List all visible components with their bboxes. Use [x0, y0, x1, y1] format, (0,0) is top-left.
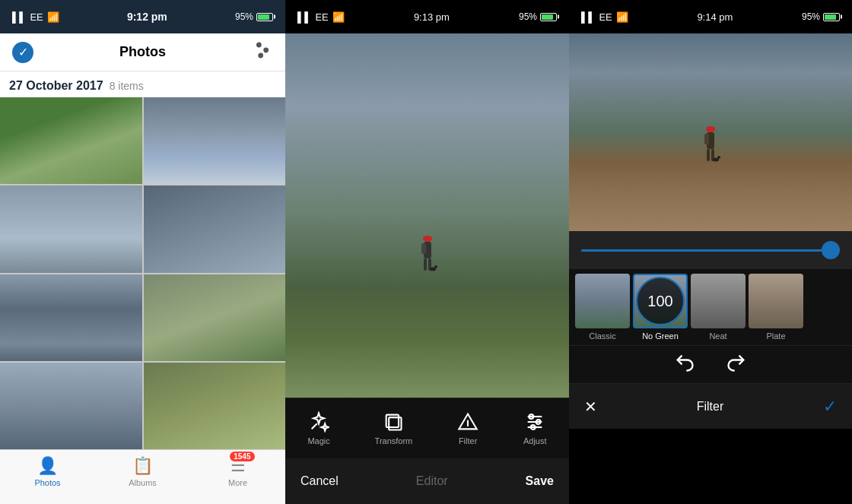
confirm-button[interactable]: ✓ [823, 397, 837, 417]
right-battery-icon [823, 13, 840, 21]
filter-nogreen[interactable]: 100 No Green [633, 274, 688, 341]
section-date: 27 October 2017 [9, 79, 103, 93]
left-time: 9:12 pm [127, 11, 167, 23]
filter-icon [457, 411, 478, 433]
svg-rect-27 [707, 149, 710, 161]
battery-fill [258, 14, 269, 20]
photos-tab-label: Photos [34, 478, 60, 487]
svg-rect-9 [424, 258, 427, 271]
undo-redo-bar [569, 345, 852, 383]
tab-albums[interactable]: 📋 Albums [120, 456, 166, 487]
nav-bar: ✓ Photos [0, 33, 285, 71]
svg-line-13 [312, 423, 317, 429]
photo-cell-2[interactable] [144, 97, 286, 184]
filter-editor-panel: ▌▌ EE 📶 9:14 pm 95% [569, 0, 852, 504]
transform-tool[interactable]: Transform [375, 411, 413, 445]
albums-tab-label: Albums [129, 478, 157, 487]
adjust-tool[interactable]: Adjust [523, 411, 547, 445]
adjust-label: Adjust [523, 436, 547, 445]
tab-more[interactable]: ☰ 1545 More [215, 456, 261, 487]
right-carrier: EE [599, 11, 612, 23]
classic-label: Classic [589, 331, 615, 341]
undo-button[interactable] [674, 352, 695, 377]
redo-icon [726, 352, 747, 373]
check-button[interactable]: ✓ [12, 42, 33, 63]
svg-rect-26 [704, 134, 709, 144]
undo-icon [674, 352, 695, 373]
magic-tool[interactable]: Magic [307, 411, 329, 445]
slider-track[interactable] [581, 249, 840, 252]
mid-wifi-icon: 📶 [332, 11, 345, 23]
transform-icon [383, 411, 404, 433]
mid-bottom-bar: Cancel Editor Save [285, 458, 569, 504]
mid-photo-background [285, 33, 569, 398]
more-tab-label: More [228, 478, 247, 487]
filter-classic[interactable]: Classic [575, 274, 630, 341]
sliders-icon[interactable] [252, 40, 273, 65]
more-badge: 1545 [230, 452, 254, 461]
mid-signal-icon: ▌▌ [297, 11, 311, 23]
mid-battery-icon [540, 13, 557, 21]
filter-tool[interactable]: Filter [457, 411, 478, 445]
right-battery-fill [825, 14, 836, 20]
photo-cell-5[interactable] [0, 274, 142, 361]
photo-cell-7[interactable] [0, 363, 142, 449]
section-header: 27 October 2017 8 items [0, 71, 285, 97]
magic-label: Magic [307, 436, 329, 445]
photo-cell-4[interactable] [144, 185, 286, 272]
albums-tab-icon: 📋 [132, 456, 153, 476]
left-status-bar: ▌▌ EE 📶 9:12 pm 95% [0, 0, 285, 33]
plate-label: Plate [766, 331, 785, 341]
mid-toolbar: Magic Transform Filter [285, 398, 569, 458]
slider-thumb[interactable] [822, 241, 840, 259]
mid-time: 9:13 pm [414, 11, 450, 23]
right-filter-label: Filter [697, 400, 724, 414]
editor-label: Editor [416, 474, 448, 488]
filter-neat[interactable]: Neat [691, 274, 746, 341]
battery-percent: 95% [235, 11, 253, 22]
photo-viewer-panel: ▌▌ EE 📶 9:13 pm 95% [285, 0, 569, 504]
cancel-button[interactable]: Cancel [300, 474, 339, 488]
left-status-right: 95% [235, 11, 273, 22]
filter-value: 100 [636, 277, 685, 325]
battery-icon [256, 13, 273, 21]
photo-cell-1[interactable] [0, 97, 142, 184]
svg-point-30 [717, 156, 720, 159]
svg-point-3 [257, 43, 261, 47]
right-wifi-icon: 📶 [616, 11, 628, 23]
close-button[interactable]: ✕ [584, 398, 597, 416]
photo-grid [0, 97, 285, 449]
tab-photos[interactable]: 👤 Photos [25, 456, 71, 487]
signal-icon: ▌▌ [12, 11, 26, 23]
photos-tab-icon: 👤 [37, 456, 58, 476]
mid-photo-area[interactable] [285, 33, 569, 398]
mid-battery-fill [542, 14, 553, 20]
adjust-icon [524, 411, 545, 433]
nogreen-thumbnail: 100 [633, 274, 688, 328]
filter-strip: Classic 100 No Green Neat Plate [569, 269, 852, 345]
svg-rect-8 [421, 243, 426, 254]
right-status-bar: ▌▌ EE 📶 9:14 pm 95% [569, 0, 852, 33]
check-icon: ✓ [18, 45, 28, 59]
svg-point-12 [434, 265, 437, 268]
mid-carrier: EE [315, 11, 328, 23]
section-count: 8 items [110, 80, 144, 92]
bottom-tab-bar: 👤 Photos 📋 Albums ☰ 1545 More [0, 449, 285, 504]
photo-cell-8[interactable] [144, 363, 286, 449]
right-photo-area[interactable] [569, 33, 852, 231]
mid-status-right: 95% [519, 11, 557, 22]
slider-area [569, 231, 852, 269]
magic-icon [308, 411, 329, 433]
more-badge-container: ☰ 1545 [230, 456, 246, 476]
save-button[interactable]: Save [526, 474, 554, 488]
wifi-icon: 📶 [47, 11, 59, 23]
svg-point-5 [259, 54, 262, 58]
photo-cell-3[interactable] [0, 185, 142, 272]
redo-button[interactable] [726, 352, 747, 377]
transform-label: Transform [375, 436, 413, 445]
filter-plate[interactable]: Plate [749, 274, 803, 341]
photo-cell-6[interactable] [144, 274, 286, 361]
right-battery-pct: 95% [802, 11, 820, 22]
neat-label: Neat [709, 331, 726, 341]
photos-app-panel: ▌▌ EE 📶 9:12 pm 95% ✓ Photos [0, 0, 285, 504]
